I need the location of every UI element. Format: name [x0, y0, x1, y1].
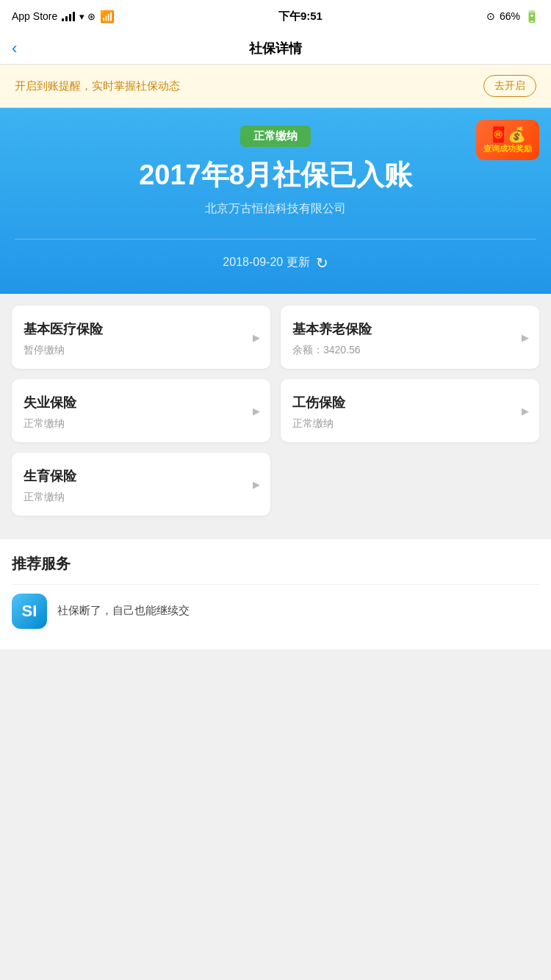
chevron-right-icon: ▶	[253, 405, 260, 416]
hero-divider	[15, 239, 536, 239]
card-status-injury: 正常缴纳	[292, 417, 527, 430]
card-title-pension: 基本养老保险	[292, 320, 527, 338]
card-status-maternity: 正常缴纳	[24, 491, 259, 504]
card-title-medical: 基本医疗保险	[24, 320, 259, 338]
chevron-right-icon: ▶	[253, 331, 260, 342]
hero-update: 2018-09-20 更新 ↻	[15, 254, 536, 272]
insurance-grid: 基本医疗保险 暂停缴纳 ▶ 基本养老保险 余额：3420.56 ▶ 失业保险 正…	[0, 294, 551, 527]
enable-notification-button[interactable]: 去开启	[483, 75, 536, 97]
insurance-card-maternity[interactable]: 生育保险 正常缴纳 ▶	[12, 453, 270, 516]
battery-icon: 🔋	[525, 10, 539, 24]
status-bar: App Store ▾ ⊛ 📶 下午9:51 ⊙ 66% 🔋	[0, 0, 551, 32]
hero-title: 2017年8月社保已入账	[15, 159, 536, 192]
nav-bar: ‹ 社保详情	[0, 32, 551, 65]
hero-subtitle: 北京万古恒信科技有限公司	[15, 201, 536, 217]
status-time: 下午9:51	[278, 10, 323, 24]
insurance-card-unemployment[interactable]: 失业保险 正常缴纳 ▶	[12, 379, 270, 442]
page-title: 社保详情	[249, 40, 302, 57]
card-title-injury: 工伤保险	[292, 394, 527, 411]
refresh-icon[interactable]: ↻	[316, 254, 328, 272]
notification-text: 开启到账提醒，实时掌握社保动态	[15, 79, 180, 93]
reward-badge[interactable]: 🧧💰 查询成功奖励	[476, 120, 539, 160]
status-left: App Store ▾ ⊛ 📶	[12, 10, 115, 24]
reward-icon: 🧧💰	[483, 126, 532, 143]
reward-text: 查询成功奖励	[483, 143, 532, 154]
recommended-item-icon: SI	[12, 594, 47, 629]
hero-section: 正常缴纳 🧧💰 查询成功奖励 2017年8月社保已入账 北京万古恒信科技有限公司…	[0, 108, 551, 294]
recommended-section: 推荐服务 SI 社保断了，自己也能继续交	[0, 539, 551, 649]
card-title-unemployment: 失业保险	[24, 394, 259, 411]
wifi-icon: ▾ ⊛	[79, 11, 96, 22]
card-balance-pension: 余额：3420.56	[292, 344, 527, 357]
chevron-right-icon: ▶	[253, 478, 260, 489]
recommended-item-text: 社保断了，自己也能继续交	[57, 604, 190, 618]
insurance-card-pension[interactable]: 基本养老保险 余额：3420.56 ▶	[281, 306, 539, 369]
notification-banner: 开启到账提醒，实时掌握社保动态 去开启	[0, 65, 551, 108]
battery-label: 66%	[500, 10, 520, 22]
chevron-right-icon: ▶	[522, 331, 529, 342]
insurance-card-medical[interactable]: 基本医疗保险 暂停缴纳 ▶	[12, 306, 270, 369]
carrier-label: App Store	[12, 10, 57, 22]
card-status-unemployment: 正常缴纳	[24, 417, 259, 430]
insurance-card-injury[interactable]: 工伤保险 正常缴纳 ▶	[281, 379, 539, 442]
hero-status-badge: 正常缴纳	[240, 126, 311, 147]
back-button[interactable]: ‹	[12, 39, 17, 58]
wifi-symbol: 📶	[100, 10, 115, 24]
signal-icon	[62, 11, 75, 21]
card-title-maternity: 生育保险	[24, 467, 259, 485]
location-icon: ⊙	[486, 10, 495, 22]
card-status-medical: 暂停缴纳	[24, 344, 259, 357]
chevron-right-icon: ▶	[522, 405, 529, 416]
update-date: 2018-09-20 更新	[223, 255, 309, 270]
recommended-item[interactable]: SI 社保断了，自己也能继续交	[12, 584, 539, 638]
status-right: ⊙ 66% 🔋	[486, 10, 539, 24]
recommended-title: 推荐服务	[12, 554, 539, 574]
